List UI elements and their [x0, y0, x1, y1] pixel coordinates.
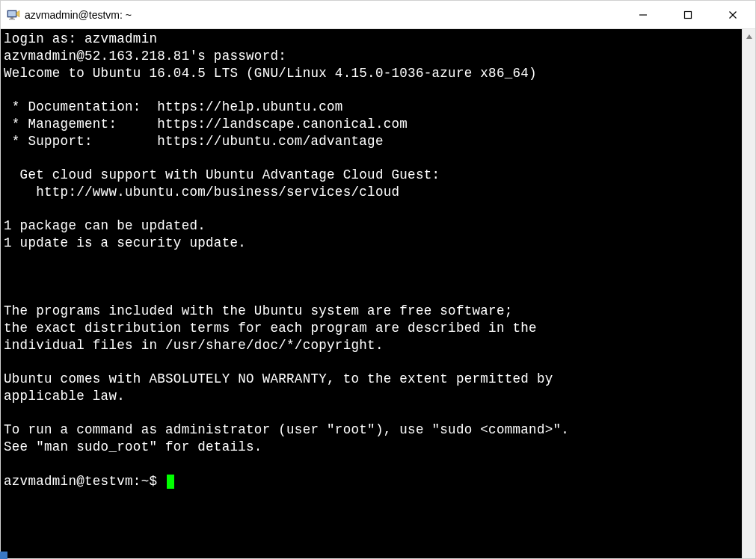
shell-prompt: azvmadmin@testvm:~$ [4, 474, 165, 489]
svg-rect-1 [8, 11, 16, 16]
svg-rect-3 [9, 19, 15, 20]
terminal-output[interactable]: login as: azvmadmin azvmadmin@52.163.218… [1, 29, 742, 558]
terminal-lines: login as: azvmadmin azvmadmin@52.163.218… [4, 31, 569, 454]
cursor-block [167, 475, 174, 489]
minimize-button[interactable] [621, 1, 666, 28]
svg-rect-2 [10, 17, 13, 19]
svg-rect-5 [685, 11, 692, 18]
titlebar[interactable]: azvmadmin@testvm: ~ [1, 1, 755, 29]
putty-window: azvmadmin@testvm: ~ login as: azvmadmin … [0, 0, 756, 559]
close-button[interactable] [710, 1, 755, 28]
window-title: azvmadmin@testvm: ~ [25, 9, 132, 21]
vertical-scrollbar[interactable] [742, 29, 755, 558]
scroll-up-arrow-icon[interactable] [743, 31, 755, 43]
maximize-button[interactable] [666, 1, 710, 28]
putty-icon [7, 8, 20, 22]
corner-accent [0, 552, 7, 559]
client-area: login as: azvmadmin azvmadmin@52.163.218… [1, 29, 755, 558]
window-controls [621, 1, 755, 28]
